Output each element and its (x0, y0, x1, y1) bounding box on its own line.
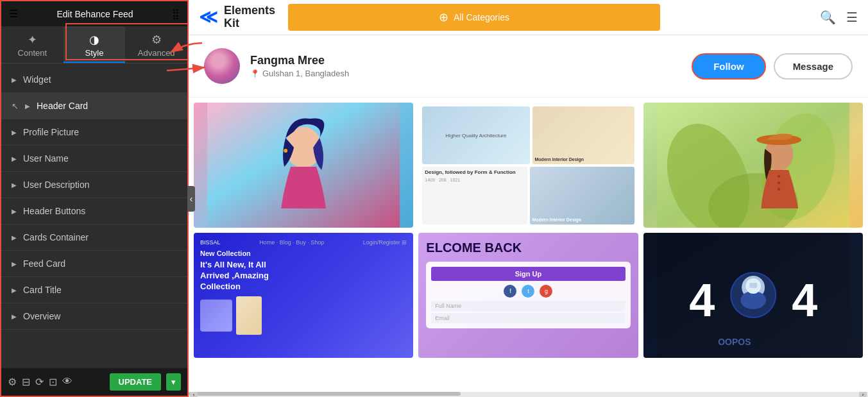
expand-icon: ▶ (12, 234, 17, 241)
profile-header: Fangma Mree 📍 Gulshan 1, Bangladesh Foll… (189, 35, 868, 97)
main-content: ≪ Elements Kit ⊕ All Categories 🔍 ☰ (189, 0, 868, 397)
top-nav-right: 🔍 ☰ (820, 10, 858, 25)
eye-icon[interactable]: 👁 (62, 376, 72, 388)
sidebar-collapse-handle[interactable] (187, 186, 195, 212)
sidebar-tabs: ✦ Content ◑ Style ⚙ Advanced (1, 26, 187, 63)
sidebar: ☰ Edit Behance Feed ⣿ ✦ Content ◑ Style … (0, 0, 189, 397)
update-dropdown-button[interactable]: ▾ (166, 373, 181, 391)
full-name-input[interactable]: Full Name (431, 301, 625, 311)
menu-icon[interactable]: ☰ (846, 10, 858, 25)
content-icon: ✦ (5, 33, 60, 47)
expand-icon: ▶ (12, 129, 17, 136)
social-icons: f t g (431, 285, 625, 298)
tab-advanced[interactable]: ⚙ Advanced (125, 26, 187, 63)
scroll-left-arrow[interactable]: ‹ (190, 392, 198, 397)
sidebar-item-card-title[interactable]: ▶ Card Title (1, 277, 187, 303)
arch-interior: Modern Interior Design (530, 167, 634, 224)
avatar-image (204, 48, 240, 84)
svg-text:OOPOS: OOPOS (718, 337, 751, 347)
hamburger-icon[interactable]: ☰ (9, 8, 18, 20)
layers-icon[interactable]: ⊟ (22, 376, 30, 388)
card-woman-illustration[interactable] (194, 103, 413, 228)
svg-rect-20 (749, 283, 757, 288)
responsive-icon[interactable]: ⊡ (49, 376, 57, 388)
card-404[interactable]: 4 4 OOPOS (643, 233, 863, 358)
sidebar-item-widget[interactable]: ▶ Widget (1, 67, 187, 93)
profile-actions: Follow Message (692, 53, 853, 80)
expand-icon: ▶ (25, 103, 30, 110)
bissal-nav: Home · Blog · Buy · Shop (259, 239, 324, 246)
product-img-2 (236, 296, 262, 335)
tab-content[interactable]: ✦ Content (1, 26, 64, 63)
email-input[interactable]: Email (431, 313, 625, 323)
feed-content: Fangma Mree 📍 Gulshan 1, Bangladesh Foll… (189, 35, 868, 392)
profile-location: 📍 Gulshan 1, Bangladesh (250, 69, 692, 78)
bissal-product-area (200, 296, 407, 335)
sidebar-items-list: ▶ Widget ↖ ▶ Header Card ▶ Profile Pictu… (1, 63, 187, 368)
expand-icon: ▶ (12, 287, 17, 294)
arch-stats: Design, followed by Form & Function 1409… (422, 167, 527, 224)
sidebar-bottom-bar: ⚙ ⊟ ⟳ ⊡ 👁 UPDATE ▾ (1, 368, 187, 396)
search-bar-area: ⊕ All Categories (288, 4, 807, 31)
bissal-login: Login/Register ⊞ (363, 239, 407, 246)
sidebar-item-feed-card[interactable]: ▶ Feed Card (1, 251, 187, 277)
sidebar-item-cards-container[interactable]: ▶ Cards Container (1, 224, 187, 251)
card-welcome-back[interactable]: ELCOME BACK Sign Up f t g Full Name Emai… (418, 233, 638, 358)
history-icon[interactable]: ⟳ (35, 376, 44, 388)
tab-style[interactable]: ◑ Style (64, 26, 126, 63)
card-bissal[interactable]: BISSAL Home · Blog · Buy · Shop Login/Re… (194, 233, 413, 358)
logo-chevron: ≪ (199, 8, 217, 26)
all-categories-button[interactable]: ⊕ All Categories (288, 4, 660, 31)
svg-point-13 (778, 188, 780, 190)
expand-icon: ▶ (12, 76, 17, 83)
message-button[interactable]: Message (774, 53, 853, 80)
bissal-tagline-text: It's All New, It AllArrived ,AmazingColl… (200, 260, 407, 292)
location-icon: 📍 (250, 69, 260, 78)
cards-grid: Higher Quality Architecture Modern Inter… (189, 97, 868, 363)
follow-button[interactable]: Follow (692, 53, 766, 80)
grid-icon[interactable]: ⣿ (172, 8, 180, 20)
sidebar-item-user-name[interactable]: ▶ User Name (1, 146, 187, 172)
expand-icon: ▶ (12, 155, 17, 162)
expand-icon: ▶ (12, 313, 17, 320)
plus-circle-icon: ⊕ (439, 10, 448, 24)
gear-icon[interactable]: ⚙ (8, 376, 17, 388)
card-architecture[interactable]: Higher Quality Architecture Modern Inter… (418, 103, 638, 228)
logo-sub: Kit (224, 17, 275, 30)
form-row-name: Full Name (431, 301, 625, 311)
logo-icon: ≪ (199, 8, 217, 26)
svg-point-12 (778, 182, 780, 184)
search-icon[interactable]: 🔍 (820, 10, 836, 25)
signup-btn-top[interactable]: Sign Up (431, 267, 625, 281)
sidebar-item-profile-picture[interactable]: ▶ Profile Picture (1, 119, 187, 146)
sidebar-item-user-description[interactable]: ▶ User Description (1, 172, 187, 198)
card-illustration-content (194, 103, 413, 228)
top-nav: ≪ Elements Kit ⊕ All Categories 🔍 ☰ (189, 0, 868, 35)
scroll-thumb[interactable] (189, 392, 461, 396)
bottom-icons: ⚙ ⊟ ⟳ ⊡ 👁 (8, 376, 105, 388)
expand-icon: ▶ (12, 208, 17, 215)
profile-info: Fangma Mree 📍 Gulshan 1, Bangladesh (250, 54, 692, 78)
signup-form: Sign Up f t g Full Name Email (426, 262, 630, 328)
svg-point-11 (778, 175, 780, 178)
update-button[interactable]: UPDATE (110, 373, 161, 391)
svg-text:4: 4 (689, 275, 715, 326)
expand-icon: ▶ (12, 182, 17, 189)
sidebar-item-overview[interactable]: ▶ Overview (1, 303, 187, 330)
scroll-right-arrow[interactable]: › (859, 392, 867, 397)
arch-img-2: Modern Interior Design (532, 106, 634, 164)
sidebar-top-bar: ☰ Edit Behance Feed ⣿ (1, 1, 187, 26)
card-woman-hat[interactable] (643, 103, 863, 228)
sidebar-item-header-buttons[interactable]: ▶ Header Buttons (1, 198, 187, 224)
bissal-collection-label: New Collection (200, 249, 407, 257)
sidebar-title: Edit Behance Feed (56, 9, 133, 19)
svg-point-18 (740, 291, 766, 309)
profile-name: Fangma Mree (250, 54, 692, 67)
welcome-heading: ELCOME BACK (426, 241, 630, 255)
advanced-icon: ⚙ (129, 33, 183, 47)
sidebar-item-header-card[interactable]: ↖ ▶ Header Card (1, 93, 187, 119)
location-text: Gulshan 1, Bangladesh (262, 69, 349, 78)
arch-img-1: Higher Quality Architecture (422, 106, 529, 164)
bissal-brand: BISSAL (200, 239, 221, 246)
bissal-header: BISSAL Home · Blog · Buy · Shop Login/Re… (200, 239, 407, 246)
